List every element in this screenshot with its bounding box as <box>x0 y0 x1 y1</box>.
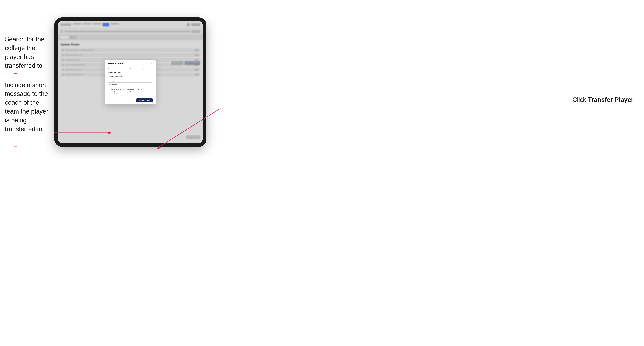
annotation-left: Search for the college the player has tr… <box>5 35 52 134</box>
message-label: Message <box>108 80 153 82</box>
annotation-right: Click Transfer Player <box>572 96 634 103</box>
modal-header: Transfer Player × <box>105 60 156 66</box>
close-icon: × <box>151 62 152 65</box>
transfer-player-modal: Transfer Player × Transfer the player an… <box>105 60 156 105</box>
message-textarea[interactable]: Hi Coach, I understand Chris Robertson h… <box>108 82 153 94</box>
modal-subtitle: Transfer the player and their profile to… <box>108 68 153 70</box>
modal-body: Transfer the player and their profile to… <box>105 66 156 97</box>
cancel-button[interactable]: Cancel <box>126 99 135 102</box>
modal-close-button[interactable]: × <box>150 62 153 65</box>
annotation-transfer-text: Transfer Player <box>588 96 634 103</box>
tablet-device: Update Roster <box>54 17 206 147</box>
transfer-player-button[interactable]: Transfer Player <box>136 98 153 102</box>
modal-footer: Cancel Transfer Player <box>105 97 156 105</box>
tablet-screen: Update Roster <box>58 21 203 143</box>
search-college-label: Search for College <box>108 71 153 73</box>
annotation-search-text: Search for the college the player has tr… <box>5 35 52 70</box>
modal-overlay: Transfer Player × Transfer the player an… <box>58 21 203 143</box>
annotation-message-text: Include a short message to the coach of … <box>5 81 52 134</box>
search-college-input[interactable] <box>108 74 153 78</box>
modal-title: Transfer Player <box>108 62 124 65</box>
annotation-click-text: Click <box>572 96 586 103</box>
